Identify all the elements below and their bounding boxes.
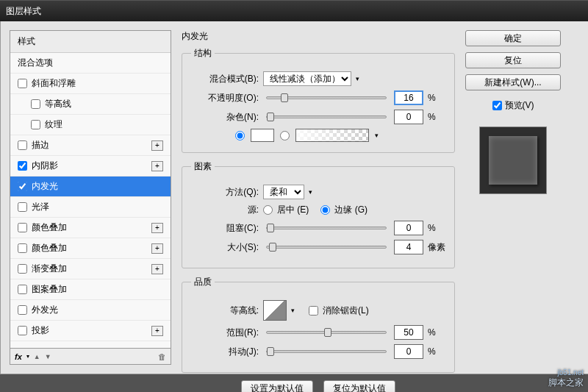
slider-thumb[interactable] <box>324 328 331 337</box>
settings-column: 内发光 结构 混合模式(B): 线性减淡（添加） ▾ 不透明度(O): % 杂色… <box>179 30 458 365</box>
quality-group: 品质 等高线: ▾ 消除锯齿(L) 范围(R): % 抖动(J): <box>182 276 455 373</box>
style-checkbox[interactable] <box>18 305 27 315</box>
solid-color-radio[interactable] <box>235 131 245 140</box>
style-item-label: 内发光 <box>32 180 58 193</box>
style-item-3[interactable]: 描边+ <box>10 135 171 156</box>
blend-mode-caret-icon[interactable]: ▾ <box>356 75 363 82</box>
slider-thumb[interactable] <box>267 113 274 121</box>
blend-mode-select[interactable]: 线性减淡（添加） <box>263 71 351 86</box>
style-checkbox[interactable] <box>18 285 27 294</box>
jitter-label: 抖动(J): <box>191 346 259 358</box>
opacity-unit: % <box>428 93 445 103</box>
antialias-checkbox[interactable] <box>309 306 318 316</box>
style-item-label: 斜面和浮雕 <box>32 77 76 90</box>
ok-button[interactable]: 确定 <box>465 30 561 46</box>
noise-slider[interactable] <box>266 115 387 118</box>
style-checkbox[interactable] <box>18 161 27 171</box>
elements-legend: 图素 <box>191 160 215 173</box>
slider-thumb[interactable] <box>267 347 274 356</box>
contour-caret-icon[interactable]: ▾ <box>291 307 298 314</box>
styles-list: 样式 混合选项 斜面和浮雕等高线纹理描边+内阴影+内发光光泽颜色叠加+颜色叠加+… <box>10 30 171 349</box>
style-item-5[interactable]: 内发光 <box>10 177 171 197</box>
style-item-6[interactable]: 光泽 <box>10 197 171 218</box>
style-checkbox[interactable] <box>18 182 27 191</box>
blending-options-item[interactable]: 混合选项 <box>10 53 171 74</box>
jitter-slider[interactable] <box>266 350 387 353</box>
slider-thumb[interactable] <box>267 224 274 232</box>
cancel-button[interactable]: 复位 <box>465 52 561 68</box>
add-effect-icon[interactable]: + <box>151 264 163 274</box>
style-checkbox[interactable] <box>18 140 27 150</box>
slider-thumb[interactable] <box>269 243 276 252</box>
style-checkbox[interactable] <box>18 202 27 212</box>
style-item-9[interactable]: 渐变叠加+ <box>10 259 171 279</box>
style-item-label: 描边 <box>32 139 49 152</box>
noise-unit: % <box>428 112 445 122</box>
style-checkbox[interactable] <box>18 264 27 274</box>
opacity-input[interactable] <box>394 90 423 105</box>
style-checkbox[interactable] <box>31 99 40 109</box>
style-item-11[interactable]: 外发光 <box>10 300 171 321</box>
style-item-7[interactable]: 颜色叠加+ <box>10 218 171 238</box>
add-effect-icon[interactable]: + <box>151 223 163 233</box>
source-center-label: 居中 (E) <box>277 204 309 216</box>
source-edge-radio[interactable] <box>320 205 330 215</box>
add-effect-icon[interactable]: + <box>151 243 163 254</box>
gradient-swatch[interactable] <box>295 129 369 142</box>
style-item-label: 等高线 <box>45 98 71 110</box>
contour-swatch[interactable] <box>263 300 287 321</box>
style-item-0[interactable]: 斜面和浮雕 <box>10 74 171 94</box>
range-slider[interactable] <box>266 331 387 334</box>
jitter-input[interactable] <box>394 344 423 359</box>
choke-input[interactable] <box>394 221 423 235</box>
style-item-12[interactable]: 投影+ <box>10 321 171 341</box>
make-default-button[interactable]: 设置为默认值 <box>241 380 313 392</box>
add-effect-icon[interactable]: + <box>151 140 163 151</box>
style-item-8[interactable]: 颜色叠加+ <box>10 238 171 259</box>
styles-header: 样式 <box>10 31 171 53</box>
style-item-label: 颜色叠加 <box>32 242 67 254</box>
window-title: 图层样式 <box>6 5 588 18</box>
range-input[interactable] <box>394 325 423 340</box>
panel-title: 内发光 <box>182 30 455 43</box>
actions-column: 确定 复位 新建样式(W)... 预览(V) <box>465 30 561 365</box>
style-checkbox[interactable] <box>31 120 40 129</box>
gradient-caret-icon[interactable]: ▾ <box>375 132 382 139</box>
preview-checkbox[interactable] <box>492 101 502 110</box>
size-slider[interactable] <box>266 246 387 249</box>
method-select[interactable]: 柔和 <box>263 185 304 199</box>
style-checkbox[interactable] <box>18 223 27 232</box>
move-down-icon[interactable]: ▼ <box>45 353 51 360</box>
source-center-radio[interactable] <box>263 205 273 215</box>
reset-default-button[interactable]: 复位为默认值 <box>323 380 395 392</box>
move-up-icon[interactable]: ▲ <box>34 353 40 360</box>
style-item-10[interactable]: 图案叠加 <box>10 279 171 300</box>
gradient-radio[interactable] <box>280 131 290 140</box>
method-caret-icon[interactable]: ▾ <box>309 188 316 196</box>
add-effect-icon[interactable]: + <box>151 326 163 336</box>
titlebar[interactable]: 图层样式 ✕ <box>0 0 588 21</box>
choke-slider[interactable] <box>266 227 387 229</box>
fx-icon[interactable]: fx <box>15 352 22 361</box>
style-item-4[interactable]: 内阴影+ <box>10 156 171 177</box>
style-item-2[interactable]: 纹理 <box>10 115 171 135</box>
style-checkbox[interactable] <box>18 326 27 335</box>
style-item-label: 颜色叠加 <box>32 221 67 234</box>
add-effect-icon[interactable]: + <box>151 161 163 171</box>
preview-row: 预览(V) <box>465 99 561 112</box>
source-edge-label: 边缘 (G) <box>334 204 368 216</box>
style-checkbox[interactable] <box>18 243 27 253</box>
color-swatch[interactable] <box>251 129 274 142</box>
style-item-1[interactable]: 等高线 <box>10 94 171 115</box>
layer-style-dialog: 图层样式 ✕ 样式 混合选项 斜面和浮雕等高线纹理描边+内阴影+内发光光泽颜色叠… <box>0 0 588 392</box>
trash-icon[interactable]: 🗑 <box>158 352 166 361</box>
opacity-slider[interactable] <box>266 96 387 99</box>
slider-thumb[interactable] <box>281 93 288 102</box>
range-unit: % <box>428 327 445 338</box>
noise-input[interactable] <box>394 110 423 124</box>
structure-group: 结构 混合模式(B): 线性减淡（添加） ▾ 不透明度(O): % 杂色(N): <box>182 47 455 153</box>
new-style-button[interactable]: 新建样式(W)... <box>465 74 561 90</box>
size-unit: 像素 <box>428 241 445 254</box>
size-input[interactable] <box>394 240 423 254</box>
style-checkbox[interactable] <box>18 79 27 88</box>
